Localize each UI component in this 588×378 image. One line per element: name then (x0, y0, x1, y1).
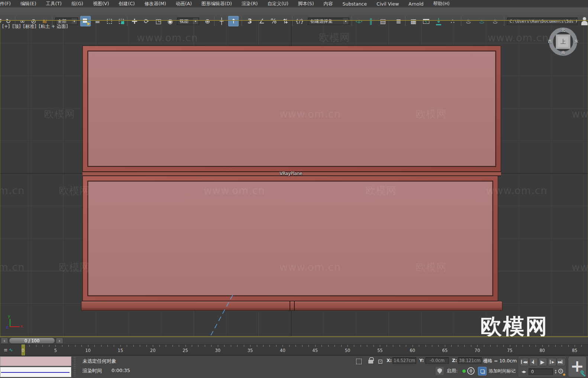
go-to-end-button[interactable]: ▶▶▎ (557, 358, 565, 366)
add-time-tag-label[interactable]: 添加时间标记 (489, 368, 516, 374)
menu-item-11[interactable]: 脚本(S) (293, 1, 319, 7)
menu-item-4[interactable]: 视图(V) (88, 1, 114, 7)
selection-lock-toggle[interactable] (366, 356, 375, 365)
time-configuration-button[interactable] (558, 369, 565, 375)
frame-tick (328, 345, 329, 347)
vray-plane-bottom-panel[interactable] (83, 176, 498, 301)
maxscript-mini-listener[interactable] (0, 367, 71, 377)
frame-tick (257, 345, 257, 347)
viewport-shading-menu[interactable]: [粘土 + 边面] (39, 23, 68, 30)
menu-item-16[interactable]: 帮助(H) (429, 1, 455, 7)
watermark-text: 欧模网 (44, 107, 75, 121)
isolate-selection-toggle[interactable] (355, 357, 363, 365)
coord-y-label: Y: (419, 358, 424, 363)
frame-tick (380, 345, 380, 347)
scene-security-button[interactable] (436, 367, 444, 375)
menu-item-3[interactable]: 组(G) (67, 1, 88, 7)
render-time-label: 渲染时间 (83, 368, 102, 374)
time-slider-next-button[interactable]: › (56, 337, 63, 344)
frame-tick-label: 25 (182, 348, 188, 353)
menu-item-7[interactable]: 动画(A) (171, 1, 197, 7)
listener-selection (1, 372, 70, 373)
frame-spinner[interactable]: ▲▼ (554, 368, 558, 375)
viewcube-south-label[interactable]: 南 (561, 50, 565, 55)
frame-tick (166, 345, 166, 347)
time-slider-prev-button[interactable]: ‹ (1, 337, 8, 344)
coord-z-field[interactable]: 38.121cm (458, 357, 482, 364)
absolute-transform-toggle[interactable]: ⊡ (376, 357, 384, 365)
axis-y-label: y (8, 314, 10, 319)
frame-tick (244, 345, 244, 347)
frame-tick-label: 10 (85, 348, 91, 353)
frame-tick (542, 345, 543, 347)
coord-y-field[interactable]: -0.0cm (425, 357, 449, 364)
viewcube-top-face[interactable]: 上 (556, 34, 571, 49)
mini-curve-editor-button[interactable]: ≡ ∿ (2, 345, 19, 355)
set-key-button[interactable]: + (568, 356, 587, 377)
frame-tick-label: 30 (215, 348, 220, 353)
axis-y-line (10, 319, 10, 327)
macro-recorder-field[interactable] (0, 356, 71, 366)
menu-item-5[interactable]: 创建(C) (114, 1, 139, 7)
viewcube-east-label[interactable]: 东 (575, 39, 579, 44)
frame-tick (529, 345, 530, 347)
frame-tick (555, 345, 556, 347)
playback-controls: ▎◀◀ ◀▎ ▶ ▎▶ ▶▶▎ ◀▶ 0 ▲▼ (518, 356, 566, 377)
menu-item-12[interactable]: 内容 (319, 1, 338, 7)
frame-tick-label: 85 (572, 348, 578, 353)
current-frame-field[interactable]: 0 (529, 368, 553, 375)
viewport-pov-menu[interactable]: [顶] (12, 23, 20, 30)
frame-tick (335, 345, 335, 347)
security-count-badge[interactable]: 0 (467, 367, 475, 375)
cube-icon (481, 369, 484, 373)
frame-tick (101, 345, 101, 347)
frame-tick (361, 345, 361, 347)
track-bar[interactable]: ≡ ∿ 0510152025303540455055606570758085 (0, 345, 588, 355)
frame-tick (29, 345, 30, 347)
coord-x-field[interactable]: 14.527cm (392, 357, 416, 364)
frame-tick (523, 345, 523, 347)
viewport-label-menus: [+] [顶] [标准] [粘土 + 边面] (2, 23, 68, 30)
time-slider[interactable]: ‹ 0 / 100 › (0, 337, 588, 345)
play-button[interactable]: ▶ (539, 358, 547, 366)
menu-item-10[interactable]: 自定义(U) (262, 1, 293, 7)
listener-splitter[interactable] (74, 356, 76, 377)
menu-item-0[interactable]: 文件(F) (0, 1, 16, 7)
previous-frame-button[interactable]: ◀▎ (529, 358, 538, 366)
menu-item-9[interactable]: 渲染(R) (237, 1, 262, 7)
viewcube-west-label[interactable]: 西 (548, 39, 552, 44)
watermark-text: 欧模网 (416, 107, 447, 121)
menu-item-2[interactable]: 工具(T) (41, 1, 67, 7)
panel-surface (87, 181, 493, 296)
time-slider-thumb[interactable]: 0 / 100 (9, 337, 55, 344)
next-frame-button[interactable]: ▎▶ (548, 358, 556, 366)
menu-item-8[interactable]: 图形编辑器(D) (197, 1, 237, 7)
frame-tick (393, 345, 393, 347)
bars-icon: ≡ (4, 347, 8, 353)
viewport-general-menu[interactable]: [+] (2, 23, 10, 30)
security-status-dot (462, 369, 466, 373)
go-to-start-button[interactable]: ▎◀◀ (520, 358, 529, 366)
frame-tick-label: 60 (410, 348, 415, 353)
shield-icon (437, 368, 442, 374)
status-bar: 未选定任何对象 渲染时间 0:00:35 ⊡ X: 14.527cm Y: -0… (0, 355, 588, 378)
frame-tick-label: 15 (118, 348, 123, 353)
frame-tick (426, 345, 426, 347)
watermark-text: www.om.cn (280, 108, 341, 120)
bottom-rail[interactable] (81, 301, 503, 311)
viewport-style-menu[interactable]: [标准] (23, 23, 36, 30)
frame-tick (107, 345, 108, 347)
key-mode-toggle[interactable]: ◀▶ (520, 368, 527, 375)
viewcube-north-label[interactable]: 北 (561, 28, 565, 33)
frame-tick (295, 345, 296, 347)
viewcube[interactable]: 上 北 南 西 东 (547, 26, 579, 57)
frame-tick (497, 345, 497, 347)
menu-item-1[interactable]: 编辑(E) (16, 1, 41, 7)
menubar: 文件(F)编辑(E)工具(T)组(G)视图(V)创建(C)修改器(M)动画(A)… (0, 0, 578, 7)
menu-item-6[interactable]: 修改器(M) (140, 1, 171, 7)
menu-item-14[interactable]: Civil View (372, 1, 404, 7)
add-time-tag-button[interactable] (478, 367, 487, 375)
menu-item-15[interactable]: Arnold (404, 1, 428, 7)
frame-tick (302, 345, 303, 347)
menu-item-13[interactable]: Substance (338, 1, 372, 7)
